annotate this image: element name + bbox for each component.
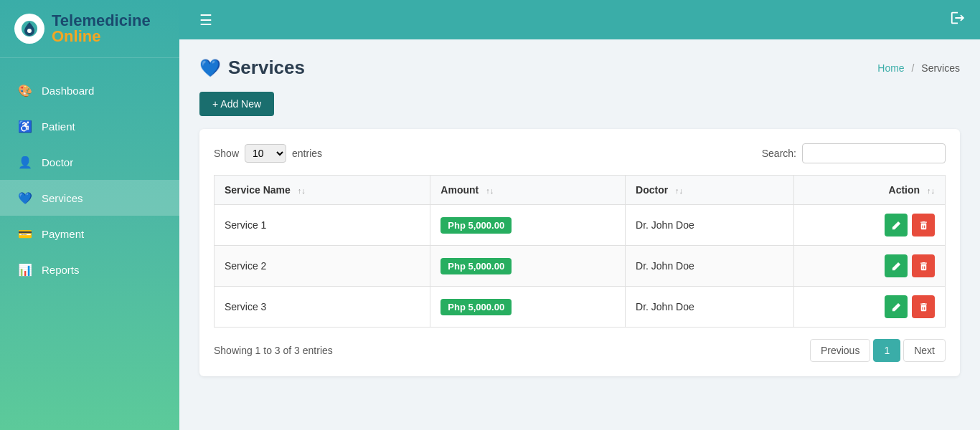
action-buttons [804,295,935,318]
page-title: Services [228,57,305,79]
table-card: Show 10 25 50 100 entries Search: [199,129,960,376]
amount-badge: Php 5,000.00 [440,258,512,274]
table-row: Service 1 Php 5,000.00 Dr. John Doe [215,205,946,246]
search-label: Search: [762,148,796,159]
page-title-icon: 💙 [199,58,221,78]
entries-label: entries [292,148,322,159]
previous-button[interactable]: Previous [810,339,870,362]
amount-badge: Php 5,000.00 [440,299,512,315]
action-buttons [804,254,935,277]
delete-button-1[interactable] [912,214,935,236]
topbar-right [950,10,966,30]
edit-button-3[interactable] [885,295,908,318]
logo-text: Telemedicine Online [52,13,151,44]
sidebar-label-reports: Reports [42,264,80,276]
col-action: Action ↑↓ [794,176,946,205]
services-table: Service Name ↑↓ Amount ↑↓ Doctor ↑↓ Ac [214,175,946,328]
sidebar-item-doctor[interactable]: 👤 Doctor [0,144,179,180]
table-header-row: Service Name ↑↓ Amount ↑↓ Doctor ↑↓ Ac [215,176,946,205]
pagination-buttons: Previous 1 Next [810,339,946,362]
table-controls: Show 10 25 50 100 entries Search: [214,143,946,163]
sidebar-item-patient[interactable]: ♿ Patient [0,108,179,144]
topbar: ☰ [179,0,980,39]
sidebar-label-patient: Patient [42,120,75,133]
sidebar-label-services: Services [42,192,83,204]
sidebar-label-payment: Payment [42,228,84,240]
svg-point-1 [27,29,32,33]
cell-action [794,287,946,328]
sidebar-label-doctor: Doctor [42,156,73,168]
show-label: Show [214,148,239,159]
col-service-name: Service Name ↑↓ [215,176,430,205]
breadcrumb-current: Services [921,62,960,74]
table-body: Service 1 Php 5,000.00 Dr. John Doe Serv… [215,205,946,328]
sidebar-nav: 🎨 Dashboard ♿ Patient 👤 Doctor 💙 Service… [0,58,179,430]
add-new-button[interactable]: + Add New [199,92,274,116]
page-1-button[interactable]: 1 [873,339,900,362]
next-button[interactable]: Next [903,339,946,362]
cell-amount: Php 5,000.00 [430,246,626,287]
edit-button-1[interactable] [885,214,908,236]
dashboard-icon: 🎨 [17,82,33,98]
logo-online: Online [52,27,100,45]
logout-button[interactable] [950,10,966,30]
cell-action [794,246,946,287]
breadcrumb: Home / Services [877,62,960,74]
pagination-row: Showing 1 to 3 of 3 entries Previous 1 N… [214,339,946,362]
show-entries-group: Show 10 25 50 100 entries [214,144,322,163]
doctor-icon: 👤 [17,154,33,170]
cell-action [794,205,946,246]
amount-badge: Php 5,000.00 [440,217,512,234]
breadcrumb-home[interactable]: Home [877,62,904,74]
services-icon: 💙 [17,190,33,206]
sidebar-item-payment[interactable]: 💳 Payment [0,216,179,252]
patient-icon: ♿ [17,118,33,134]
delete-button-2[interactable] [912,254,935,277]
col-amount: Amount ↑↓ [430,176,626,205]
action-buttons [804,214,935,236]
logo-icon [14,14,44,44]
delete-button-3[interactable] [912,295,935,318]
edit-button-2[interactable] [885,254,908,277]
sort-icon-action: ↑↓ [927,186,935,195]
sidebar: Telemedicine Online 🎨 Dashboard ♿ Patien… [0,0,179,430]
sidebar-item-services[interactable]: 💙 Services [0,180,179,216]
sort-icon-amount: ↑↓ [486,186,494,195]
reports-icon: 📊 [17,262,33,277]
breadcrumb-separator: / [912,62,915,74]
cell-service-name: Service 2 [215,246,430,287]
table-row: Service 3 Php 5,000.00 Dr. John Doe [215,287,946,328]
entries-select[interactable]: 10 25 50 100 [245,144,286,163]
sort-icon-doctor: ↑↓ [675,186,683,195]
table-row: Service 2 Php 5,000.00 Dr. John Doe [215,246,946,287]
sidebar-item-reports[interactable]: 📊 Reports [0,252,179,287]
payment-icon: 💳 [17,226,33,242]
cell-service-name: Service 1 [215,205,430,246]
search-group: Search: [762,143,946,163]
cell-service-name: Service 3 [215,287,430,328]
sort-icon-service-name: ↑↓ [298,186,306,195]
cell-doctor: Dr. John Doe [626,205,794,246]
cell-amount: Php 5,000.00 [430,287,626,328]
col-doctor: Doctor ↑↓ [626,176,794,205]
search-input[interactable] [802,143,946,163]
cell-doctor: Dr. John Doe [626,246,794,287]
sidebar-label-dashboard: Dashboard [42,85,94,97]
cell-amount: Php 5,000.00 [430,205,626,246]
hamburger-button[interactable]: ☰ [194,9,218,32]
main-area: ☰ 💙 Services Home / Services + Add New [179,0,980,430]
cell-doctor: Dr. John Doe [626,287,794,328]
showing-text: Showing 1 to 3 of 3 entries [214,345,333,356]
logo-area: Telemedicine Online [0,0,179,58]
sidebar-item-dashboard[interactable]: 🎨 Dashboard [0,72,179,108]
content-area: 💙 Services Home / Services + Add New Sho… [179,39,980,430]
page-title-group: 💙 Services [199,57,305,79]
page-header: 💙 Services Home / Services [199,57,960,79]
